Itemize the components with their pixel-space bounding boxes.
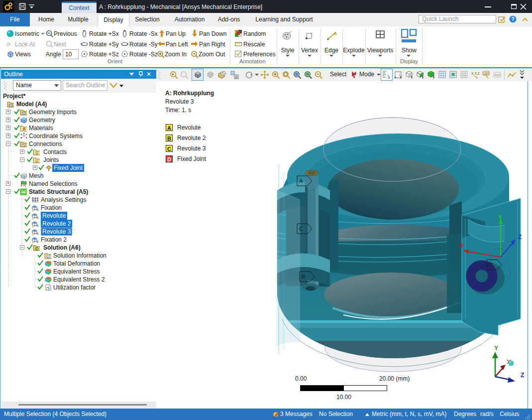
svg-text:Abc: Abc [495, 73, 501, 77]
svg-text:Z: Z [518, 234, 522, 241]
svg-text:X: X [459, 242, 463, 249]
svg-text:100: 100 [483, 72, 489, 75]
svg-text:Y: Y [494, 345, 498, 352]
svg-text:Z: Z [521, 372, 524, 379]
svg-text:⟳: ⟳ [6, 41, 11, 47]
svg-text:Y: Y [498, 214, 502, 221]
svg-text:B: B [302, 274, 305, 280]
svg-text:?: ? [511, 16, 514, 22]
svg-text:D: D [489, 262, 493, 268]
svg-text:C: C [299, 226, 303, 232]
svg-text:X,Y,Z: X,Y,Z [471, 72, 480, 76]
svg-text:A: A [299, 178, 303, 184]
